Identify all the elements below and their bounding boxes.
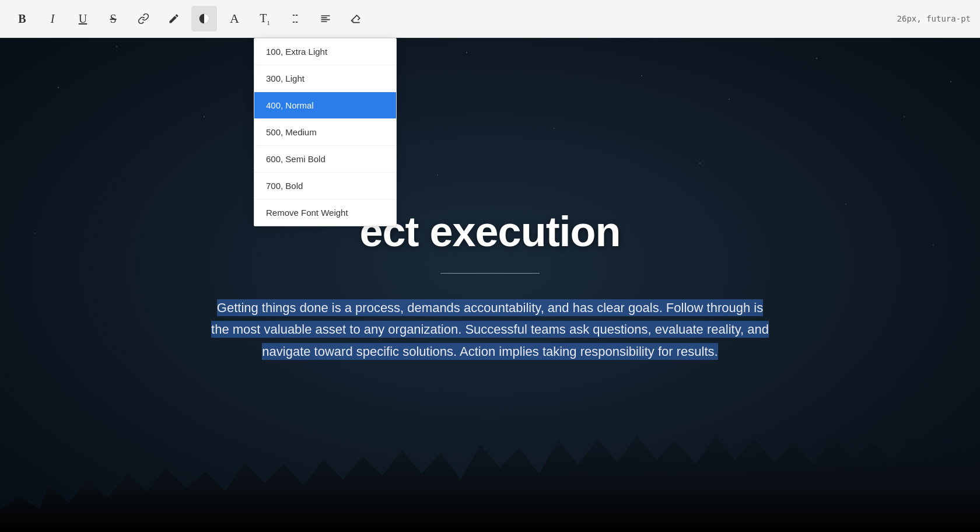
font-info: 26px, futura-pt [897, 14, 971, 23]
strikethrough-icon: S [110, 12, 116, 26]
text-cursor-icon [289, 13, 301, 24]
strikethrough-button[interactable]: S [100, 6, 126, 32]
font-a-button[interactable]: A [222, 6, 247, 32]
link-icon [138, 13, 149, 24]
font-size-button[interactable]: T1 [252, 6, 278, 32]
bold-icon: B [18, 12, 26, 26]
font-weight-icon [198, 13, 210, 24]
toolbar: B I U S [0, 0, 980, 38]
eraser-button[interactable] [343, 6, 369, 32]
brush-button[interactable] [161, 6, 187, 32]
content-area: ect execution Getting things done is a p… [0, 38, 980, 532]
font-weight-dropdown: 100, Extra Light 300, Light 400, Normal … [254, 38, 397, 226]
font-weight-normal[interactable]: 400, Normal [254, 92, 396, 119]
font-size-icon: T1 [260, 12, 270, 26]
font-weight-button[interactable] [191, 6, 217, 32]
brush-icon [168, 13, 180, 24]
underline-icon: U [79, 12, 87, 26]
toolbar-buttons: B I U S [9, 6, 369, 32]
underline-button[interactable]: U [70, 6, 96, 32]
body-text: Getting things done is a process, demand… [210, 297, 770, 362]
link-button[interactable] [131, 6, 156, 32]
font-a-icon: A [230, 11, 239, 26]
font-weight-semi-bold[interactable]: 600, Semi Bold [254, 146, 396, 173]
text-align-icon [320, 13, 331, 24]
eraser-icon [350, 13, 362, 24]
text-cursor-button[interactable] [282, 6, 308, 32]
font-weight-medium[interactable]: 500, Medium [254, 119, 396, 146]
font-weight-bold[interactable]: 700, Bold [254, 173, 396, 200]
font-weight-light[interactable]: 300, Light [254, 65, 396, 92]
content-divider [440, 273, 540, 274]
remove-font-weight[interactable]: Remove Font Weight [254, 200, 396, 226]
font-weight-extra-light[interactable]: 100, Extra Light [254, 38, 396, 65]
italic-button[interactable]: I [40, 6, 65, 32]
text-align-button[interactable] [313, 6, 338, 32]
italic-icon: I [51, 12, 55, 26]
bold-button[interactable]: B [9, 6, 35, 32]
highlighted-text: Getting things done is a process, demand… [211, 299, 769, 360]
headline-text: ect execution [359, 208, 620, 256]
